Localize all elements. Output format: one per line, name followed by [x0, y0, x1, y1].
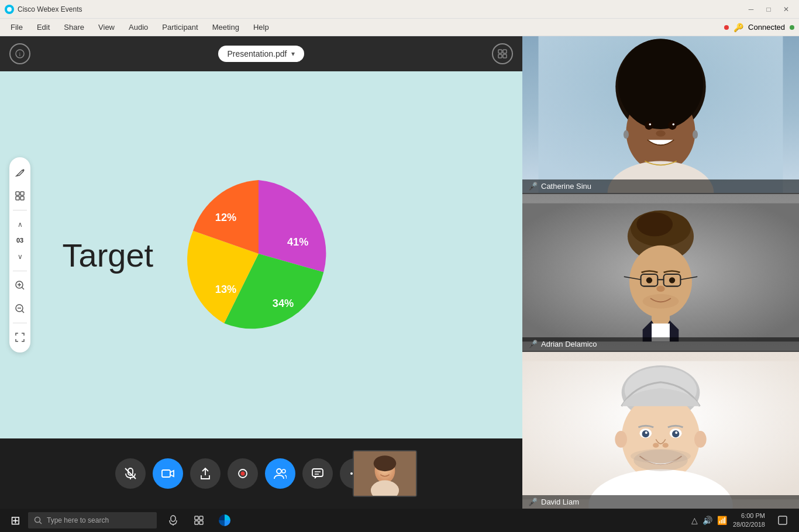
- mic-icon-3: 🎤: [528, 498, 538, 506]
- menu-edit[interactable]: Edit: [31, 20, 56, 34]
- menu-bar: File Edit Share View Audio Participant M…: [0, 19, 799, 36]
- participant-tile-2: 🎤 Adrian Delamico: [522, 194, 799, 352]
- taskbar-windows-button[interactable]: [187, 510, 211, 531]
- svg-rect-95: [195, 521, 198, 524]
- svg-point-54: [693, 130, 698, 139]
- app-title: Cisco Webex Events: [18, 5, 82, 13]
- participants-button[interactable]: [265, 458, 295, 489]
- view-toggle-button[interactable]: [492, 43, 513, 64]
- menu-view[interactable]: View: [92, 20, 120, 34]
- svg-point-80: [672, 430, 679, 437]
- svg-point-88: [694, 431, 707, 448]
- connected-dot: [790, 25, 794, 30]
- participant-tile-3: 🎤 David Liam: [522, 352, 799, 509]
- svg-rect-25: [162, 470, 170, 477]
- toolbar-divider-3: [13, 323, 27, 323]
- page-up-button[interactable]: ∧: [9, 214, 30, 235]
- svg-point-46: [618, 39, 703, 129]
- menu-meeting[interactable]: Meeting: [206, 20, 245, 34]
- close-button[interactable]: ✕: [778, 3, 794, 16]
- svg-point-87: [615, 431, 627, 448]
- grid-tool-button[interactable]: [9, 185, 30, 206]
- menu-participant[interactable]: Participant: [156, 20, 204, 34]
- start-button[interactable]: ⊞: [5, 510, 26, 531]
- svg-point-28: [277, 469, 281, 474]
- side-toolbar: ∧ 03 ∨: [9, 157, 30, 353]
- taskbar-right: △ 🔊 📶 6:00 PM 28/02/2018: [691, 510, 794, 531]
- participant-name-1: Catherine Sinu: [541, 182, 591, 191]
- menu-help[interactable]: Help: [247, 20, 275, 34]
- battery-icon: 🔊: [702, 516, 712, 525]
- self-view-video: [354, 451, 416, 496]
- bottom-controls: [0, 438, 522, 509]
- toolbar-divider-2: [13, 271, 27, 271]
- clock-time: 6:00 PM: [733, 512, 765, 520]
- notifications: △ 🔊 📶: [691, 516, 727, 525]
- svg-rect-3: [498, 50, 502, 53]
- zoom-out-button[interactable]: [9, 298, 30, 319]
- svg-rect-91: [171, 516, 175, 521]
- search-icon: [34, 516, 42, 524]
- self-view-thumbnail: [353, 450, 417, 497]
- svg-point-89: [35, 517, 40, 523]
- maximize-button[interactable]: □: [760, 3, 777, 16]
- notification-center-button[interactable]: [771, 510, 794, 531]
- participant-label-3: 🎤 David Liam: [522, 495, 799, 509]
- info-button[interactable]: i: [9, 43, 30, 64]
- svg-text:34%: 34%: [273, 298, 294, 309]
- svg-point-29: [282, 469, 285, 473]
- svg-point-67: [646, 277, 652, 283]
- annotation-tool-button[interactable]: [9, 162, 30, 183]
- record-button[interactable]: [228, 458, 258, 489]
- taskbar-mic-button[interactable]: [161, 510, 185, 531]
- video-button[interactable]: [153, 458, 183, 489]
- participant-name-2: Adrian Delamico: [541, 340, 597, 348]
- svg-line-17: [22, 311, 25, 313]
- slide-title-text: Target: [63, 236, 154, 274]
- file-selector[interactable]: Presentation.pdf ▾: [218, 46, 305, 62]
- connected-label: Connected: [748, 23, 785, 32]
- svg-point-84: [663, 443, 669, 448]
- mute-button[interactable]: [115, 458, 146, 489]
- menu-file[interactable]: File: [5, 20, 29, 34]
- svg-point-70: [643, 294, 679, 309]
- slide-content: Target: [63, 129, 460, 381]
- slide-area: ∧ 03 ∨: [0, 71, 522, 438]
- svg-rect-8: [20, 192, 24, 195]
- svg-point-86: [631, 449, 691, 464]
- svg-rect-9: [16, 196, 19, 200]
- minimize-button[interactable]: ─: [743, 3, 759, 16]
- svg-point-69: [656, 286, 664, 292]
- file-name: Presentation.pdf: [228, 49, 287, 58]
- svg-point-47: [645, 121, 653, 130]
- title-bar-left: Cisco Webex Events: [5, 5, 82, 14]
- pie-chart: 41% 34% 13% 12%: [177, 172, 340, 338]
- share-button[interactable]: [190, 458, 221, 489]
- participant-label-1: 🎤 Catherine Sinu: [522, 179, 799, 193]
- svg-point-79: [642, 430, 649, 437]
- page-down-button[interactable]: ∨: [9, 246, 30, 267]
- svg-rect-5: [498, 54, 502, 58]
- menu-audio[interactable]: Audio: [123, 20, 154, 34]
- search-bar[interactable]: Type here to search: [28, 512, 157, 528]
- svg-text:i: i: [19, 51, 21, 57]
- svg-text:41%: 41%: [287, 236, 308, 248]
- svg-rect-94: [199, 516, 203, 520]
- svg-point-48: [668, 121, 677, 130]
- zoom-in-button[interactable]: [9, 275, 30, 296]
- svg-point-41: [374, 455, 397, 471]
- svg-rect-10: [20, 196, 24, 200]
- app-logo: [5, 5, 14, 14]
- taskbar-app-button[interactable]: [213, 510, 236, 531]
- fullscreen-button[interactable]: [9, 327, 30, 348]
- chat-button[interactable]: [302, 458, 333, 489]
- participant-tile-1: 🎤 Catherine Sinu: [522, 36, 799, 194]
- svg-text:12%: 12%: [215, 212, 236, 223]
- svg-line-14: [22, 288, 25, 290]
- menu-share[interactable]: Share: [58, 20, 90, 34]
- svg-point-27: [240, 472, 244, 476]
- svg-point-83: [653, 443, 659, 448]
- title-bar-controls[interactable]: ─ □ ✕: [743, 3, 794, 16]
- svg-text:13%: 13%: [215, 284, 236, 295]
- connection-status: 🔑 Connected: [724, 23, 794, 32]
